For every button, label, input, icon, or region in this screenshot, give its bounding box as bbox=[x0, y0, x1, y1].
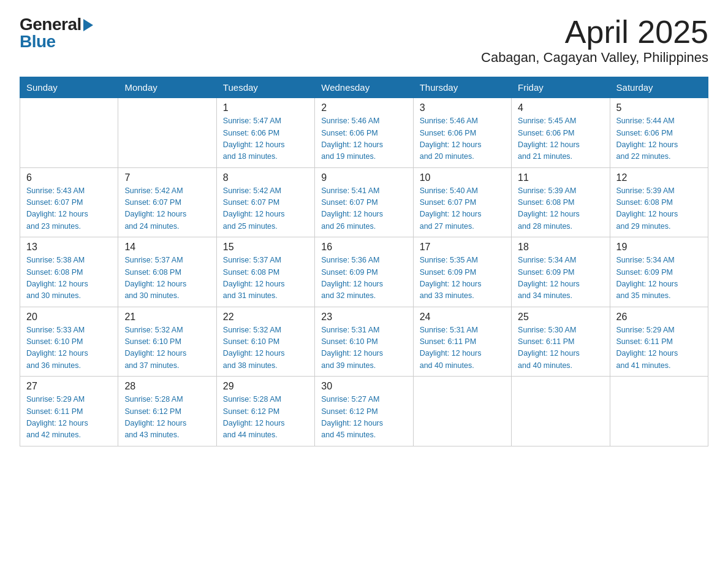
day-number: 21 bbox=[124, 312, 210, 323]
day-number: 17 bbox=[420, 242, 505, 253]
day-info: Sunrise: 5:29 AM Sunset: 6:11 PM Dayligh… bbox=[26, 394, 112, 442]
day-info: Sunrise: 5:27 AM Sunset: 6:12 PM Dayligh… bbox=[321, 394, 406, 442]
calendar-cell bbox=[610, 377, 708, 446]
day-number: 16 bbox=[321, 242, 406, 253]
calendar-cell bbox=[413, 377, 511, 446]
calendar-cell: 6Sunrise: 5:43 AM Sunset: 6:07 PM Daylig… bbox=[20, 167, 118, 237]
calendar-cell: 14Sunrise: 5:37 AM Sunset: 6:08 PM Dayli… bbox=[118, 237, 216, 307]
day-number: 5 bbox=[616, 102, 702, 113]
day-info: Sunrise: 5:38 AM Sunset: 6:08 PM Dayligh… bbox=[26, 255, 112, 302]
calendar-week-2: 6Sunrise: 5:43 AM Sunset: 6:07 PM Daylig… bbox=[20, 167, 708, 237]
calendar-cell: 25Sunrise: 5:30 AM Sunset: 6:11 PM Dayli… bbox=[512, 307, 610, 377]
calendar-cell: 11Sunrise: 5:39 AM Sunset: 6:08 PM Dayli… bbox=[512, 167, 610, 237]
day-header-wednesday: Wednesday bbox=[315, 77, 413, 98]
day-number: 1 bbox=[223, 102, 308, 113]
calendar-cell bbox=[512, 377, 610, 446]
day-info: Sunrise: 5:41 AM Sunset: 6:07 PM Dayligh… bbox=[321, 185, 406, 233]
day-number: 20 bbox=[26, 312, 112, 323]
day-info: Sunrise: 5:29 AM Sunset: 6:11 PM Dayligh… bbox=[616, 324, 702, 372]
day-header-sunday: Sunday bbox=[20, 77, 118, 98]
day-number: 28 bbox=[124, 381, 210, 392]
calendar-cell: 23Sunrise: 5:31 AM Sunset: 6:10 PM Dayli… bbox=[315, 307, 413, 377]
calendar-cell: 30Sunrise: 5:27 AM Sunset: 6:12 PM Dayli… bbox=[315, 377, 413, 446]
logo: General Blue bbox=[20, 15, 93, 52]
day-info: Sunrise: 5:32 AM Sunset: 6:10 PM Dayligh… bbox=[223, 324, 308, 372]
calendar-cell: 5Sunrise: 5:44 AM Sunset: 6:06 PM Daylig… bbox=[610, 98, 708, 168]
day-info: Sunrise: 5:35 AM Sunset: 6:09 PM Dayligh… bbox=[420, 255, 505, 302]
day-number: 11 bbox=[518, 172, 603, 183]
calendar-table: SundayMondayTuesdayWednesdayThursdayFrid… bbox=[20, 77, 708, 446]
calendar-cell: 24Sunrise: 5:31 AM Sunset: 6:11 PM Dayli… bbox=[413, 307, 511, 377]
day-header-thursday: Thursday bbox=[413, 77, 511, 98]
day-number: 6 bbox=[26, 172, 112, 183]
calendar-cell bbox=[20, 98, 118, 168]
calendar-week-3: 13Sunrise: 5:38 AM Sunset: 6:08 PM Dayli… bbox=[20, 237, 708, 307]
day-info: Sunrise: 5:34 AM Sunset: 6:09 PM Dayligh… bbox=[518, 255, 603, 302]
calendar-subtitle: Cabagan, Cagayan Valley, Philippines bbox=[481, 50, 708, 66]
calendar-cell: 10Sunrise: 5:40 AM Sunset: 6:07 PM Dayli… bbox=[413, 167, 511, 237]
calendar-cell: 21Sunrise: 5:32 AM Sunset: 6:10 PM Dayli… bbox=[118, 307, 216, 377]
day-number: 7 bbox=[124, 172, 210, 183]
day-number: 8 bbox=[223, 172, 308, 183]
day-number: 14 bbox=[124, 242, 210, 253]
calendar-week-5: 27Sunrise: 5:29 AM Sunset: 6:11 PM Dayli… bbox=[20, 377, 708, 446]
calendar-cell bbox=[118, 98, 216, 168]
day-number: 22 bbox=[223, 312, 308, 323]
day-number: 19 bbox=[616, 242, 702, 253]
calendar-cell: 4Sunrise: 5:45 AM Sunset: 6:06 PM Daylig… bbox=[512, 98, 610, 168]
day-header-saturday: Saturday bbox=[610, 77, 708, 98]
day-number: 24 bbox=[420, 312, 505, 323]
calendar-cell: 9Sunrise: 5:41 AM Sunset: 6:07 PM Daylig… bbox=[315, 167, 413, 237]
day-info: Sunrise: 5:37 AM Sunset: 6:08 PM Dayligh… bbox=[124, 255, 210, 302]
day-number: 4 bbox=[518, 102, 603, 113]
day-info: Sunrise: 5:39 AM Sunset: 6:08 PM Dayligh… bbox=[518, 185, 603, 233]
calendar-cell: 2Sunrise: 5:46 AM Sunset: 6:06 PM Daylig… bbox=[315, 98, 413, 168]
calendar-cell: 3Sunrise: 5:46 AM Sunset: 6:06 PM Daylig… bbox=[413, 98, 511, 168]
calendar-cell: 1Sunrise: 5:47 AM Sunset: 6:06 PM Daylig… bbox=[216, 98, 314, 168]
day-info: Sunrise: 5:47 AM Sunset: 6:06 PM Dayligh… bbox=[223, 115, 308, 163]
calendar-cell: 13Sunrise: 5:38 AM Sunset: 6:08 PM Dayli… bbox=[20, 237, 118, 307]
calendar-cell: 27Sunrise: 5:29 AM Sunset: 6:11 PM Dayli… bbox=[20, 377, 118, 446]
logo-arrow-icon bbox=[83, 19, 93, 31]
day-info: Sunrise: 5:46 AM Sunset: 6:06 PM Dayligh… bbox=[321, 115, 406, 163]
day-number: 10 bbox=[420, 172, 505, 183]
day-info: Sunrise: 5:37 AM Sunset: 6:08 PM Dayligh… bbox=[223, 255, 308, 302]
day-info: Sunrise: 5:34 AM Sunset: 6:09 PM Dayligh… bbox=[616, 255, 702, 302]
calendar-cell: 26Sunrise: 5:29 AM Sunset: 6:11 PM Dayli… bbox=[610, 307, 708, 377]
calendar-header-row: SundayMondayTuesdayWednesdayThursdayFrid… bbox=[20, 77, 708, 98]
day-info: Sunrise: 5:31 AM Sunset: 6:10 PM Dayligh… bbox=[321, 324, 406, 372]
day-number: 23 bbox=[321, 312, 406, 323]
day-info: Sunrise: 5:28 AM Sunset: 6:12 PM Dayligh… bbox=[223, 394, 308, 442]
day-info: Sunrise: 5:45 AM Sunset: 6:06 PM Dayligh… bbox=[518, 115, 603, 163]
logo-blue-text: Blue bbox=[20, 32, 56, 52]
day-number: 26 bbox=[616, 312, 702, 323]
calendar-cell: 18Sunrise: 5:34 AM Sunset: 6:09 PM Dayli… bbox=[512, 237, 610, 307]
day-info: Sunrise: 5:44 AM Sunset: 6:06 PM Dayligh… bbox=[616, 115, 702, 163]
day-info: Sunrise: 5:40 AM Sunset: 6:07 PM Dayligh… bbox=[420, 185, 505, 233]
day-number: 25 bbox=[518, 312, 603, 323]
title-block: April 2025 Cabagan, Cagayan Valley, Phil… bbox=[481, 15, 708, 66]
day-info: Sunrise: 5:42 AM Sunset: 6:07 PM Dayligh… bbox=[124, 185, 210, 233]
calendar-week-1: 1Sunrise: 5:47 AM Sunset: 6:06 PM Daylig… bbox=[20, 98, 708, 168]
calendar-cell: 16Sunrise: 5:36 AM Sunset: 6:09 PM Dayli… bbox=[315, 237, 413, 307]
day-info: Sunrise: 5:36 AM Sunset: 6:09 PM Dayligh… bbox=[321, 255, 406, 302]
day-number: 12 bbox=[616, 172, 702, 183]
day-info: Sunrise: 5:33 AM Sunset: 6:10 PM Dayligh… bbox=[26, 324, 112, 372]
day-number: 30 bbox=[321, 381, 406, 392]
day-number: 2 bbox=[321, 102, 406, 113]
calendar-cell: 17Sunrise: 5:35 AM Sunset: 6:09 PM Dayli… bbox=[413, 237, 511, 307]
day-info: Sunrise: 5:30 AM Sunset: 6:11 PM Dayligh… bbox=[518, 324, 603, 372]
day-number: 15 bbox=[223, 242, 308, 253]
day-info: Sunrise: 5:46 AM Sunset: 6:06 PM Dayligh… bbox=[420, 115, 505, 163]
day-number: 3 bbox=[420, 102, 505, 113]
day-header-tuesday: Tuesday bbox=[216, 77, 314, 98]
calendar-cell: 28Sunrise: 5:28 AM Sunset: 6:12 PM Dayli… bbox=[118, 377, 216, 446]
calendar-week-4: 20Sunrise: 5:33 AM Sunset: 6:10 PM Dayli… bbox=[20, 307, 708, 377]
calendar-cell: 22Sunrise: 5:32 AM Sunset: 6:10 PM Dayli… bbox=[216, 307, 314, 377]
day-info: Sunrise: 5:31 AM Sunset: 6:11 PM Dayligh… bbox=[420, 324, 505, 372]
day-number: 13 bbox=[26, 242, 112, 253]
calendar-cell: 19Sunrise: 5:34 AM Sunset: 6:09 PM Dayli… bbox=[610, 237, 708, 307]
day-header-monday: Monday bbox=[118, 77, 216, 98]
calendar-cell: 8Sunrise: 5:42 AM Sunset: 6:07 PM Daylig… bbox=[216, 167, 314, 237]
day-number: 27 bbox=[26, 381, 112, 392]
